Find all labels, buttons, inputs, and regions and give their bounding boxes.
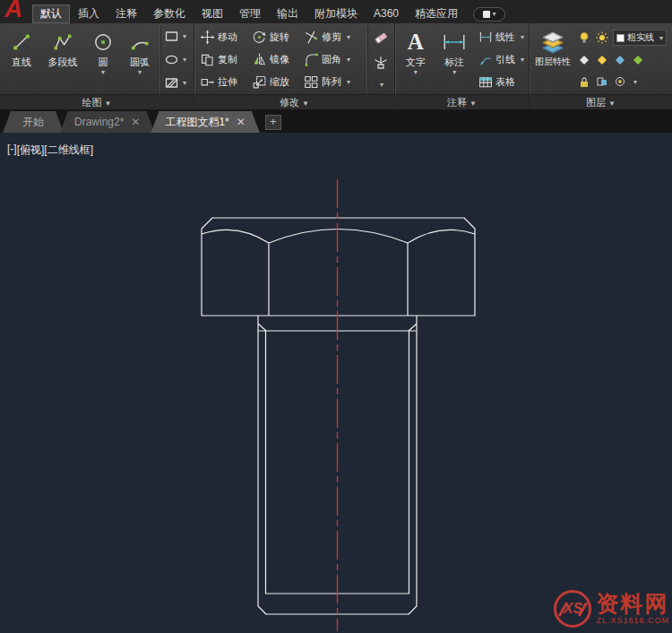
file-tab-document1-label: 工程图文档1* — [165, 115, 228, 130]
ellipse-icon — [165, 54, 178, 65]
ribbon: 直线 多段线 圆 ▾ — [0, 23, 672, 109]
line-tool-button[interactable]: 直线 — [3, 25, 40, 94]
fillet-button[interactable]: 圆角 ▾ — [301, 48, 366, 71]
menu-tab-a360[interactable]: A360 — [366, 4, 407, 23]
arc-tool-button[interactable]: 圆弧 ▾ — [121, 25, 159, 94]
linear-label: 线性 — [495, 30, 515, 44]
viewport-controls: [-] [俯视] [二维线框] — [7, 143, 93, 158]
ribbon-display-toggle[interactable]: ▾ — [473, 7, 505, 22]
viewport-visual-style-button[interactable]: [二维线框] — [44, 143, 93, 158]
rotate-button[interactable]: 旋转 — [249, 26, 301, 48]
panel-title-annotate[interactable]: 注释▼ — [395, 94, 529, 109]
chevron-down-icon: ▾ — [633, 78, 637, 86]
modify-more-button[interactable]: ▾ — [377, 81, 383, 89]
new-tab-button[interactable]: + — [265, 115, 281, 130]
layer-properties-button[interactable]: 图层特性 — [532, 25, 573, 94]
chevron-down-icon: ▾ — [347, 56, 350, 64]
autocad-app-menu-button[interactable]: A — [0, 0, 32, 23]
panel-title-draw[interactable]: 绘图▼ — [0, 94, 194, 109]
menu-tab-view[interactable]: 视图 — [194, 4, 231, 23]
array-button[interactable]: 阵列 ▾ — [301, 71, 366, 93]
trim-label: 修剪 — [322, 30, 341, 44]
chevron-down-icon: ▾ — [452, 68, 456, 76]
circle-label: 圆 — [99, 56, 108, 68]
autocad-logo-icon: A — [4, 0, 22, 23]
file-tab-document1[interactable]: 工程图文档1* ✕ — [151, 111, 259, 133]
layer-state-icon[interactable] — [631, 53, 645, 67]
watermark-logo: XS — [554, 590, 591, 628]
dimension-icon — [442, 28, 467, 56]
menu-tab-insert[interactable]: 插入 — [70, 4, 108, 23]
stretch-button[interactable]: 拉伸 — [197, 71, 249, 93]
panel-title-modify[interactable]: 修改▼ — [194, 94, 394, 109]
layer-match-icon[interactable] — [595, 74, 609, 89]
drawing-canvas[interactable]: [-] [俯视] [二维线框] XS 资料网 ZL.XS1616.COM — [0, 133, 672, 633]
arc-label: 圆弧 — [130, 56, 150, 68]
panel-modify: 移动 旋转 修剪 ▾ — [194, 23, 394, 109]
eraser-icon — [373, 30, 389, 45]
move-label: 移动 — [218, 30, 237, 44]
file-tab-start[interactable]: 开始 — [3, 111, 64, 133]
hex-bolt-drawing — [0, 133, 672, 633]
file-tab-drawing2[interactable]: Drawing2* ✕ — [60, 111, 154, 133]
menu-tab-manage[interactable]: 管理 — [231, 4, 269, 23]
hatch-icon — [165, 77, 178, 89]
dimension-tool-button[interactable]: 标注 ▾ — [434, 25, 476, 94]
layer-state-icon[interactable] — [595, 53, 609, 67]
menu-tab-default[interactable]: 默认 — [32, 4, 70, 23]
mirror-label: 镜像 — [270, 53, 289, 66]
modify-extra-tools: ▾ — [367, 25, 392, 94]
leader-button[interactable]: 引线 ▾ — [476, 49, 527, 70]
close-icon[interactable]: ✕ — [131, 117, 140, 127]
layer-state-icon[interactable] — [613, 53, 627, 67]
layer-state-icon[interactable] — [577, 53, 591, 67]
layer-freeze-sun-icon[interactable] — [595, 30, 609, 45]
table-button[interactable]: 表格 — [476, 72, 527, 92]
erase-button[interactable] — [373, 30, 389, 45]
ribbon-tab-bar: A 默认 插入 注释 参数化 视图 管理 输出 附加模块 A360 精选应用 ▾ — [0, 0, 672, 23]
watermark-site-name: 资料网 — [596, 593, 669, 615]
table-icon — [478, 75, 493, 89]
file-tab-drawing2-label: Drawing2* — [74, 116, 124, 128]
ellipse-tool-button[interactable]: ▾ — [165, 54, 191, 65]
menu-tab-parametric[interactable]: 参数化 — [145, 4, 194, 23]
linear-dimension-button[interactable]: 线性 ▾ — [476, 27, 527, 48]
chevron-down-icon: ▾ — [138, 68, 142, 76]
layer-lock-icon[interactable] — [577, 74, 591, 89]
bolt-outline — [202, 218, 475, 614]
annotate-panel-label: 注释 — [447, 97, 467, 108]
explode-button[interactable] — [374, 56, 388, 69]
mirror-button[interactable]: 镜像 — [249, 48, 301, 71]
array-label: 阵列 — [322, 75, 341, 89]
menu-tab-addins[interactable]: 附加模块 — [306, 4, 366, 23]
layer-on-off-bulb-icon[interactable] — [577, 30, 591, 45]
menu-tab-output[interactable]: 输出 — [269, 4, 306, 23]
chevron-down-icon: ▾ — [183, 56, 186, 64]
ribbon-state-icon — [483, 11, 490, 18]
rectangle-icon — [165, 30, 178, 42]
chevron-down-icon: ▼ — [302, 100, 309, 108]
trim-button[interactable]: 修剪 ▾ — [301, 26, 366, 48]
scale-button[interactable]: 缩放 — [249, 71, 301, 93]
move-button[interactable]: 移动 — [197, 26, 249, 48]
menu-tab-featured-apps[interactable]: 精选应用 — [407, 4, 466, 23]
panel-title-layers[interactable]: 图层▼ — [530, 94, 672, 109]
close-icon[interactable]: ✕ — [237, 117, 246, 127]
rectangle-tool-button[interactable]: ▾ — [165, 30, 191, 42]
line-label: 直线 — [12, 56, 31, 68]
text-label: 文字 — [406, 56, 426, 68]
chevron-down-icon: ▾ — [521, 56, 524, 64]
viewport-view-button[interactable]: [俯视] — [17, 143, 45, 158]
current-layer-select[interactable]: 粗实线 ▾ — [613, 30, 667, 46]
viewport-controls-button[interactable]: [-] — [7, 143, 17, 158]
polyline-icon — [53, 28, 73, 56]
panel-draw: 直线 多段线 圆 ▾ — [0, 23, 194, 109]
menu-tab-annotate[interactable]: 注释 — [108, 4, 145, 23]
hatch-tool-button[interactable]: ▾ — [165, 77, 191, 89]
chevron-down-icon: ▼ — [105, 100, 112, 108]
text-tool-button[interactable]: A 文字 ▾ — [398, 25, 434, 94]
layer-isolate-icon[interactable] — [613, 74, 627, 89]
polyline-tool-button[interactable]: 多段线 — [40, 25, 85, 94]
circle-tool-button[interactable]: 圆 ▾ — [85, 25, 121, 94]
copy-button[interactable]: 复制 — [197, 48, 249, 71]
